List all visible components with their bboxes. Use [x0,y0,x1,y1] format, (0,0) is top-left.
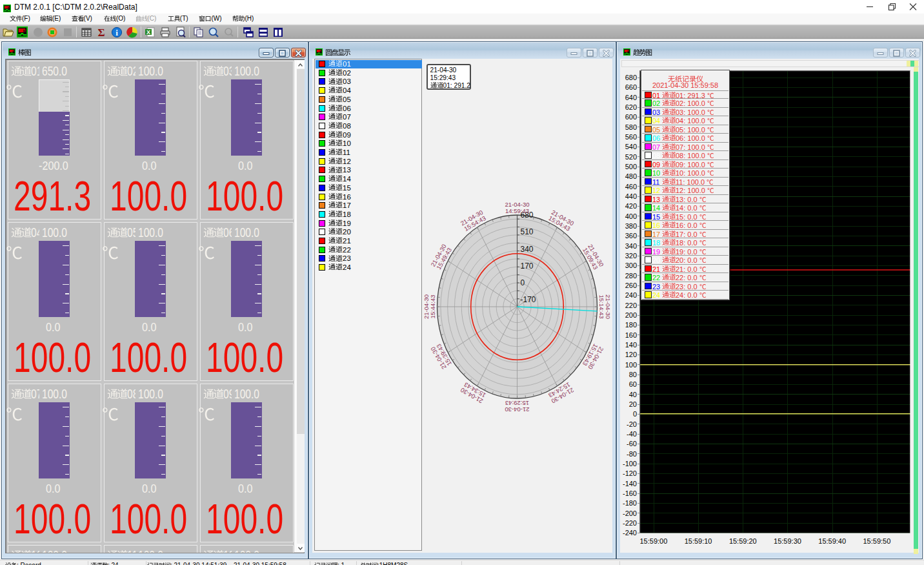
svg-text:15:14:43: 15:14:43 [598,295,605,319]
svg-text:14:59:43: 14:59:43 [505,207,529,214]
svg-text:15:29:43: 15:29:43 [505,400,529,407]
svg-text:170: 170 [521,262,534,271]
svg-text:0: 0 [521,278,525,287]
svg-text:-170: -170 [521,295,536,304]
svg-text:510: 510 [521,227,534,236]
svg-text:340: 340 [521,245,534,254]
svg-text:Σ: Σ [97,26,105,38]
svg-text:i: i [115,28,118,37]
svg-text:15:44:43: 15:44:43 [429,295,436,319]
svg-text:X: X [146,29,150,36]
